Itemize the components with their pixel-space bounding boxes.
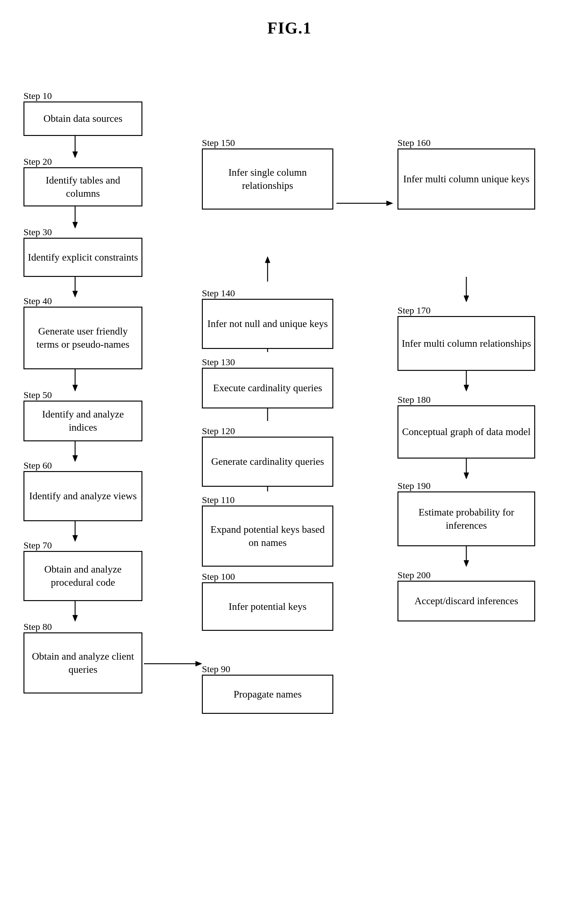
label-step130: Step 130 <box>202 357 235 368</box>
label-step70: Step 70 <box>23 540 52 551</box>
svg-marker-31 <box>464 296 469 302</box>
box-step200: Accept/discard inferences <box>397 581 535 621</box>
label-step60: Step 60 <box>23 460 52 471</box>
label-step140: Step 140 <box>202 288 235 299</box>
svg-marker-11 <box>73 535 78 542</box>
box-step50: Identify and analyze indices <box>23 400 142 441</box>
label-step50: Step 50 <box>23 390 52 400</box>
svg-marker-7 <box>73 385 78 391</box>
label-step150: Step 150 <box>202 138 235 148</box>
box-step170: Infer multi column relationships <box>397 316 535 371</box>
label-step80: Step 80 <box>23 621 52 632</box>
diagram: Step 10 Obtain data sources Step 20 Iden… <box>0 50 579 924</box>
label-step180: Step 180 <box>397 394 431 405</box>
page-title: FIG.1 <box>0 0 579 50</box>
box-step10: Obtain data sources <box>23 102 142 136</box>
svg-marker-9 <box>73 455 78 462</box>
svg-marker-29 <box>386 201 393 206</box>
label-step120: Step 120 <box>202 426 235 436</box>
svg-marker-37 <box>464 560 469 566</box>
box-step60: Identify and analyze views <box>23 471 142 521</box>
label-step200: Step 200 <box>397 570 431 580</box>
box-step100: Infer potential keys <box>202 582 333 631</box>
label-step170: Step 170 <box>397 305 431 316</box>
label-step100: Step 100 <box>202 571 235 582</box>
box-step70: Obtain and analyze procedural code <box>23 551 142 601</box>
label-step20: Step 20 <box>23 156 52 167</box>
box-step40: Generate user friendly terms or pseudo-n… <box>23 307 142 369</box>
label-step40: Step 40 <box>23 296 52 306</box>
label-step90: Step 90 <box>202 664 231 675</box>
svg-marker-15 <box>196 661 202 666</box>
box-step190: Estimate probability for inferences <box>397 491 535 546</box>
label-step110: Step 110 <box>202 494 235 505</box>
label-step10: Step 10 <box>23 90 52 101</box>
box-step150: Infer single column relationships <box>202 148 333 210</box>
box-step130: Execute cardinality queries <box>202 368 333 409</box>
svg-marker-33 <box>464 385 469 391</box>
box-step180: Conceptual graph of data model <box>397 405 535 459</box>
box-step110: Expand potential keys based on names <box>202 505 333 566</box>
label-step30: Step 30 <box>23 227 52 238</box>
box-step140: Infer not null and unique keys <box>202 299 333 349</box>
svg-marker-35 <box>464 473 469 479</box>
box-step20: Identify tables and columns <box>23 167 142 207</box>
box-step30: Identify explicit constraints <box>23 238 142 277</box>
box-step160: Infer multi column unique keys <box>397 148 535 210</box>
box-step120: Generate cardinality queries <box>202 437 333 487</box>
svg-marker-27 <box>265 256 270 263</box>
box-step90: Propagate names <box>202 675 333 714</box>
svg-marker-13 <box>73 615 78 621</box>
label-step160: Step 160 <box>397 138 431 148</box>
svg-marker-3 <box>73 222 78 228</box>
svg-marker-5 <box>73 291 78 297</box>
box-step80: Obtain and analyze client queries <box>23 632 142 693</box>
label-step190: Step 190 <box>397 481 431 491</box>
svg-marker-1 <box>73 152 78 158</box>
